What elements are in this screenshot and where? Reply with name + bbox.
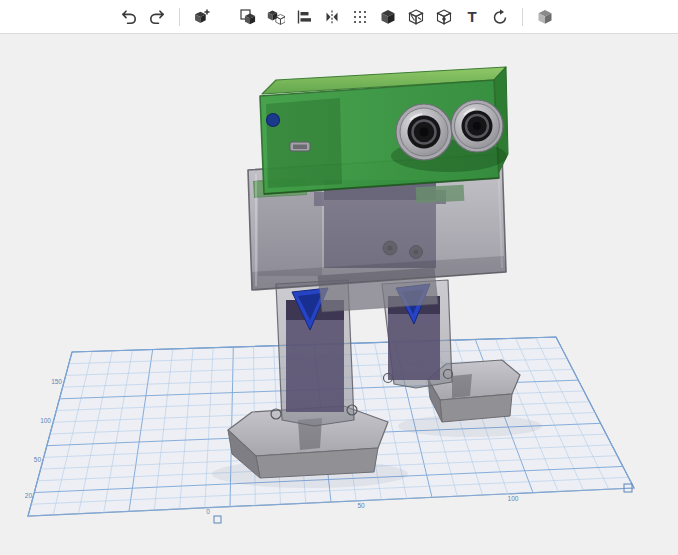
solid-cube-icon: [379, 8, 397, 26]
hole-button[interactable]: [403, 4, 429, 30]
axis-tick: 50: [357, 502, 365, 509]
text-tool-button[interactable]: T: [459, 4, 485, 30]
scene: 150 100 50 20 0 50 100: [0, 34, 678, 555]
hole-cube-icon: [407, 8, 425, 26]
align-icon: [295, 8, 313, 26]
duplicate-icon: [193, 8, 211, 26]
snap-grid-button[interactable]: [347, 4, 373, 30]
axis-tick: 20: [25, 492, 33, 499]
redo-icon: [148, 8, 166, 26]
robot-head: [260, 67, 508, 194]
robot-eye-right: [451, 100, 503, 152]
duplicate-button[interactable]: [189, 4, 215, 30]
robot-eye-left: [396, 104, 452, 160]
workplane-button[interactable]: [532, 4, 558, 30]
toolbar-separator: [179, 8, 180, 26]
origin-marker: [214, 516, 221, 523]
usb-port: [290, 142, 310, 151]
power-led: [267, 114, 280, 127]
show-all-button[interactable]: [431, 4, 457, 30]
toolbar-separator: [522, 8, 523, 26]
align-button[interactable]: [291, 4, 317, 30]
solid-button[interactable]: [375, 4, 401, 30]
axis-tick: 150: [51, 378, 62, 385]
top-toolbar: T: [0, 0, 678, 34]
redo-button[interactable]: [144, 4, 170, 30]
undo-icon: [120, 8, 138, 26]
rotate-button[interactable]: [487, 4, 513, 30]
viewport-canvas[interactable]: 150 100 50 20 0 50 100: [0, 34, 678, 555]
rotate-icon: [491, 8, 509, 26]
show-all-icon: [435, 8, 453, 26]
axis-tick: 100: [508, 495, 519, 502]
snap-grid-icon: [351, 8, 369, 26]
undo-button[interactable]: [116, 4, 142, 30]
axis-tick: 100: [40, 417, 51, 424]
group-button[interactable]: [235, 4, 261, 30]
ungroup-icon: [267, 8, 285, 26]
mirror-icon: [323, 8, 341, 26]
robot-model[interactable]: [228, 67, 520, 478]
mirror-button[interactable]: [319, 4, 345, 30]
axis-tick: 50: [34, 456, 42, 463]
text-tool-icon: T: [467, 9, 476, 24]
axis-tick: 0: [206, 508, 210, 515]
group-icon: [239, 8, 257, 26]
workplane-icon: [536, 8, 554, 26]
ungroup-button[interactable]: [263, 4, 289, 30]
